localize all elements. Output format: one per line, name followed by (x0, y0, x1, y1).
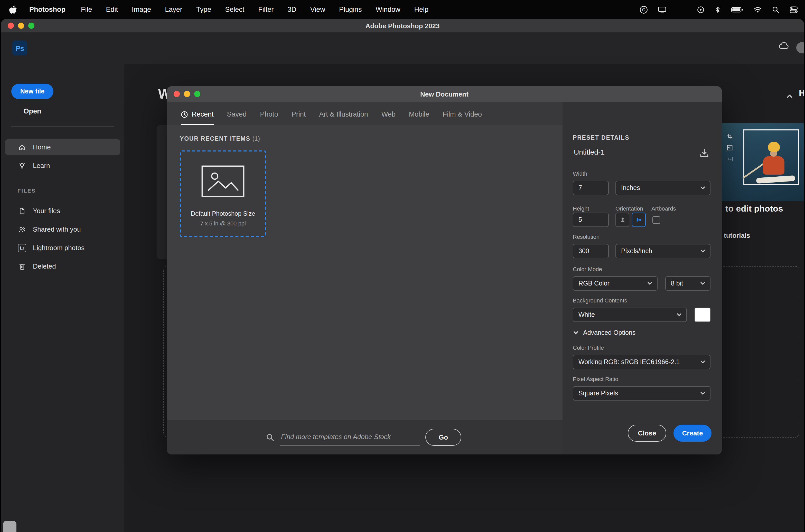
document-name-input[interactable] (573, 147, 695, 160)
app-header: Ps (1, 32, 804, 64)
background-color-swatch[interactable] (695, 308, 710, 322)
menu-select[interactable]: Select (225, 6, 244, 13)
close-window-button[interactable] (8, 23, 14, 29)
menu-window[interactable]: Window (376, 6, 400, 13)
landscape-icon (636, 217, 642, 223)
dialog-close-button[interactable] (174, 91, 180, 97)
menu-app-name[interactable]: Photoshop (29, 6, 65, 13)
display-mirroring-icon[interactable] (658, 6, 666, 13)
stock-search-input[interactable] (280, 428, 420, 446)
menu-3d[interactable]: 3D (287, 6, 296, 13)
new-file-button[interactable]: New file (11, 84, 53, 99)
sidebar-item-label: Learn (33, 162, 50, 169)
grammarly-icon[interactable]: G (640, 5, 648, 14)
sidebar-item-deleted[interactable]: Deleted (5, 258, 120, 274)
sidebar-item-your-files[interactable]: Your files (5, 203, 120, 219)
color-mode-label: Color Mode (573, 266, 602, 272)
menu-filter[interactable]: Filter (258, 6, 274, 13)
background-contents-select[interactable]: White (573, 308, 687, 322)
zoom-window-button[interactable] (28, 23, 34, 29)
now-playing-icon[interactable] (697, 6, 704, 13)
hero-tutorials-link-fragment[interactable]: tutorials (724, 232, 750, 239)
menu-type[interactable]: Type (196, 6, 211, 13)
chevron-down-icon (700, 248, 706, 254)
color-mode-select[interactable]: RGB Color (573, 276, 658, 291)
recent-template-card[interactable]: Default Photoshop Size 7 x 5 in @ 300 pp… (180, 150, 266, 237)
banner-text-fragment: H (799, 88, 804, 99)
dialog-traffic-lights (174, 91, 200, 97)
menu-edit[interactable]: Edit (106, 6, 118, 13)
photoshop-logo: Ps (12, 41, 27, 55)
bluetooth-icon[interactable] (715, 6, 721, 13)
chevron-down-icon (647, 280, 653, 287)
document-icon (18, 207, 26, 214)
cloud-icon[interactable] (778, 42, 790, 50)
close-button[interactable]: Close (628, 425, 666, 442)
resolution-input[interactable] (573, 244, 609, 258)
portrait-icon (619, 217, 625, 223)
wifi-icon[interactable] (754, 6, 762, 13)
height-input[interactable] (573, 213, 609, 227)
tab-photo[interactable]: Photo (260, 110, 278, 125)
resolution-unit-select[interactable]: Pixels/Inch (615, 244, 710, 258)
battery-icon[interactable] (731, 6, 743, 13)
sidebar-item-learn[interactable]: Learn (5, 158, 120, 174)
artboards-checkbox[interactable] (652, 216, 660, 224)
chevron-down-icon (676, 312, 682, 318)
pixel-aspect-ratio-value: Square Pixels (578, 390, 618, 397)
tab-mobile[interactable]: Mobile (409, 110, 429, 125)
tab-label: Print (292, 110, 306, 118)
width-label: Width (573, 170, 587, 177)
collapse-banner-icon[interactable] (786, 92, 793, 100)
dialog-minimize-button[interactable] (184, 91, 190, 97)
orientation-landscape-button[interactable] (632, 213, 646, 227)
tab-art-illustration[interactable]: Art & Illustration (319, 110, 368, 125)
menu-layer[interactable]: Layer (165, 6, 182, 13)
save-preset-icon[interactable] (699, 148, 709, 158)
macos-menu-bar: Photoshop File Edit Image Layer Type Sel… (0, 0, 805, 19)
sidebar-item-lightroom-photos[interactable]: Lr Lightroom photos (5, 240, 120, 256)
open-button[interactable]: Open (11, 107, 53, 115)
menu-view[interactable]: View (310, 6, 325, 13)
create-button[interactable]: Create (673, 425, 712, 442)
tab-film-video[interactable]: Film & Video (443, 110, 482, 125)
tab-recent[interactable]: Recent (181, 110, 214, 125)
sidebar-item-shared-with-you[interactable]: Shared with you (5, 221, 120, 237)
dock-fragment[interactable] (3, 521, 16, 532)
spotlight-search-icon[interactable] (772, 6, 779, 13)
new-document-dialog: New Document Recent Saved Photo Print Ar… (167, 86, 722, 454)
window-title-bar: Adobe Photoshop 2023 (1, 19, 804, 32)
recent-items-count: (1) (252, 136, 260, 142)
apple-menu-icon[interactable] (9, 5, 17, 14)
adjust-tool-icon (727, 156, 733, 162)
menu-plugins[interactable]: Plugins (339, 6, 362, 13)
menu-file[interactable]: File (81, 6, 92, 13)
bit-depth-select[interactable]: 8 bit (665, 276, 710, 291)
tab-print[interactable]: Print (292, 110, 306, 125)
width-input[interactable] (573, 181, 609, 195)
sidebar-item-label: Shared with you (33, 225, 81, 233)
orientation-portrait-button[interactable] (615, 213, 629, 227)
chevron-down-icon (700, 280, 706, 287)
menu-status-icons: G (640, 5, 798, 14)
background-contents-label: Background Contents (573, 297, 627, 303)
avatar[interactable] (796, 42, 804, 53)
width-unit-select[interactable]: Inches (615, 181, 710, 195)
go-button[interactable]: Go (425, 429, 461, 446)
dialog-zoom-button[interactable] (194, 91, 200, 97)
control-center-icon[interactable] (790, 6, 798, 13)
pixel-aspect-ratio-select[interactable]: Square Pixels (573, 386, 710, 401)
people-icon (18, 226, 26, 233)
sidebar-item-home[interactable]: Home (5, 139, 120, 155)
color-profile-value: Working RGB: sRGB IEC61966-2.1 (578, 358, 680, 366)
template-name: Default Photoshop Size (191, 210, 255, 217)
advanced-options-toggle[interactable]: Advanced Options (573, 329, 635, 336)
tab-saved[interactable]: Saved (227, 110, 247, 125)
menu-items: File Edit Image Layer Type Select Filter… (81, 6, 428, 13)
files-section-header: FILES (17, 187, 36, 194)
color-profile-select[interactable]: Working RGB: sRGB IEC61966-2.1 (573, 355, 710, 369)
menu-image[interactable]: Image (132, 6, 151, 13)
menu-help[interactable]: Help (414, 6, 429, 13)
minimize-window-button[interactable] (18, 23, 24, 29)
tab-web[interactable]: Web (381, 110, 396, 125)
